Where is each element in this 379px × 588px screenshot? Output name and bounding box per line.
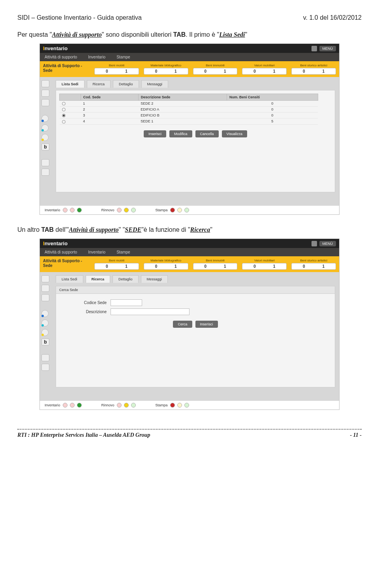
radio-icon[interactable] bbox=[62, 120, 66, 124]
tab-lista-sedi[interactable]: Lista Sedi bbox=[56, 275, 83, 283]
radio-icon[interactable] bbox=[62, 114, 66, 117]
doc-header-right: v. 1.0 del 16/02/2012 bbox=[303, 14, 362, 21]
status-dot bbox=[184, 208, 189, 212]
label-descrizione: Descrizione bbox=[79, 310, 107, 314]
help2-icon[interactable] bbox=[41, 319, 49, 327]
nav-stampe[interactable]: Stampe bbox=[116, 250, 130, 254]
status-dot bbox=[131, 403, 136, 408]
tab-dettaglio[interactable]: Dettaglio bbox=[113, 275, 139, 283]
print-icon[interactable] bbox=[41, 294, 49, 301]
status-dot bbox=[177, 403, 182, 408]
app-logo: Inventario bbox=[43, 45, 68, 51]
input-descrizione[interactable] bbox=[111, 308, 190, 315]
table-row[interactable]: 3EDIFICIO B0 bbox=[60, 113, 318, 118]
inserisci-button[interactable]: Inserisci bbox=[195, 321, 218, 328]
status-dot bbox=[117, 403, 122, 408]
help-icon[interactable] bbox=[41, 115, 49, 122]
refresh-icon[interactable] bbox=[41, 364, 49, 371]
modifica-button[interactable]: Modifica bbox=[169, 130, 192, 137]
edit-icon[interactable] bbox=[41, 285, 49, 292]
status-dot bbox=[117, 208, 122, 212]
refresh-icon[interactable] bbox=[41, 169, 49, 176]
panel-title-cerca: Cerca Sede bbox=[56, 286, 335, 293]
b-icon[interactable]: b bbox=[41, 143, 49, 150]
paragraph-1: Per questa "Attività di supporto" sono d… bbox=[17, 30, 362, 39]
table-row[interactable]: 2EDIFICIO A0 bbox=[60, 107, 318, 113]
nav-inventario[interactable]: Inventario bbox=[88, 250, 105, 254]
status-dot bbox=[63, 403, 68, 408]
status-dot bbox=[170, 208, 175, 212]
main-nav: Attività di supporto Inventario Stampe bbox=[40, 53, 339, 61]
table-row[interactable]: 1SEDE 20 bbox=[60, 101, 318, 107]
inserisci-button[interactable]: Inserisci bbox=[144, 130, 166, 137]
tab-messaggi[interactable]: Messaggi bbox=[141, 275, 168, 283]
nav-attivita[interactable]: Attività di supporto bbox=[45, 250, 77, 254]
print-icon[interactable] bbox=[41, 99, 49, 106]
menu-button[interactable]: MENÙ bbox=[319, 46, 336, 51]
tool-icon[interactable] bbox=[41, 275, 49, 282]
tab-ricerca[interactable]: Ricerca bbox=[86, 275, 111, 283]
tab-ricerca[interactable]: Ricerca bbox=[87, 80, 111, 88]
radio-icon[interactable] bbox=[62, 108, 66, 111]
status-dot bbox=[124, 208, 129, 212]
label-codice-sede: Codice Sede bbox=[79, 301, 107, 305]
status-dot bbox=[77, 208, 82, 212]
left-toolbar: b bbox=[40, 77, 52, 195]
user-icon[interactable] bbox=[311, 241, 317, 246]
status-dot bbox=[184, 403, 189, 408]
footer-rule bbox=[17, 429, 362, 430]
footer-right: - 11 - bbox=[350, 432, 362, 438]
status-dot bbox=[131, 208, 136, 212]
summary-label: Attività di Supporto - Sede bbox=[43, 64, 90, 73]
tab-lista-sedi[interactable]: Lista Sedi bbox=[56, 80, 84, 88]
help3-icon[interactable] bbox=[41, 134, 49, 141]
table-row[interactable]: 4SEDE 15 bbox=[60, 118, 318, 124]
app-logo: Inventario bbox=[43, 240, 68, 246]
paragraph-2: Un altro TAB dell'"Attività di supporto"… bbox=[17, 225, 362, 235]
status-dot bbox=[70, 403, 75, 408]
edit-icon[interactable] bbox=[41, 90, 49, 97]
help-icon[interactable] bbox=[41, 310, 49, 317]
export-icon[interactable] bbox=[41, 354, 49, 361]
tab-dettaglio[interactable]: Dettaglio bbox=[113, 80, 139, 88]
menu-button[interactable]: MENÙ bbox=[319, 241, 336, 246]
summary-bar: Attività di Supporto - Sede Beni mobili0… bbox=[40, 61, 339, 77]
status-dot bbox=[77, 403, 82, 408]
status-dot bbox=[70, 208, 75, 212]
nav-attivita[interactable]: Attività di supporto bbox=[45, 55, 77, 59]
nav-inventario[interactable]: Inventario bbox=[88, 55, 105, 59]
visualizza-button[interactable]: Visualizza bbox=[222, 130, 247, 137]
b-icon[interactable]: b bbox=[41, 338, 49, 346]
nav-stampe[interactable]: Stampe bbox=[116, 55, 130, 59]
tool-icon[interactable] bbox=[41, 80, 49, 87]
help3-icon[interactable] bbox=[41, 329, 49, 336]
input-codice-sede[interactable] bbox=[111, 299, 142, 306]
screenshot-lista-sedi: Inventario MENÙ Attività di supporto Inv… bbox=[39, 43, 340, 215]
radio-icon[interactable] bbox=[62, 102, 66, 105]
cerca-button[interactable]: Cerca bbox=[173, 321, 192, 328]
status-dot bbox=[177, 208, 182, 212]
cancella-button[interactable]: Cancella bbox=[195, 130, 219, 137]
sedi-table: Cod. SedeDescrizione SedeNum. Beni Censi… bbox=[59, 94, 318, 125]
status-dot bbox=[124, 403, 129, 408]
status-dot bbox=[63, 208, 68, 212]
doc-header-left: SIDI – Gestione Inventario - Guida opera… bbox=[17, 14, 142, 21]
export-icon[interactable] bbox=[41, 159, 49, 166]
footer-left: RTI : HP Enterprise Services Italia – Au… bbox=[17, 432, 150, 438]
tab-messaggi[interactable]: Messaggi bbox=[141, 80, 169, 88]
help2-icon[interactable] bbox=[41, 124, 49, 132]
status-dot bbox=[170, 403, 175, 408]
screenshot-ricerca: Inventario MENÙ Attività di supporto Inv… bbox=[39, 239, 340, 410]
user-icon[interactable] bbox=[311, 46, 317, 51]
